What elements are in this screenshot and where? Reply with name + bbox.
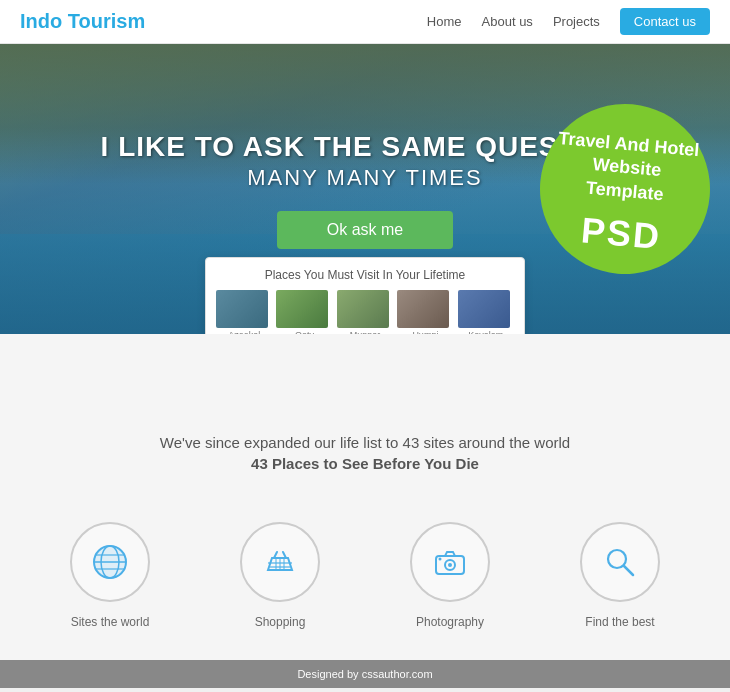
svg-point-14 [439,558,442,561]
header: Indo Tourism Home About us Projects Cont… [0,0,730,44]
contact-button[interactable]: Contact us [620,8,710,35]
hero-section: I LIKE TO ASK THE SAME QUESTION MANY MAN… [0,44,730,334]
place-item[interactable]: Humpi [397,290,453,334]
place-label: Ooty [276,330,332,334]
sites-world-label: Sites the world [71,615,150,629]
shopping-label: Shopping [255,615,306,629]
svg-line-16 [624,566,633,575]
place-label: Azeekal [216,330,272,334]
place-label: Munnar [337,330,393,334]
place-thumb [458,290,510,328]
photography-label: Photography [416,615,484,629]
ask-button[interactable]: Ok ask me [277,211,453,249]
place-thumb [397,290,449,328]
search-icon-circle [580,522,660,602]
middle-text2: 43 Places to See Before You Die [20,455,710,472]
basket-icon [260,542,300,582]
basket-icon-circle [240,522,320,602]
find-best-label: Find the best [585,615,654,629]
place-thumb [337,290,389,328]
place-item[interactable]: Azeekal [216,290,272,334]
badge-line3: Template [585,177,664,204]
logo-rest: Tourism [62,10,145,32]
place-label: Kovalam [458,330,514,334]
globe-icon-circle [70,522,150,602]
badge-line2: Website [592,154,662,180]
place-item[interactable]: Kovalam [458,290,514,334]
places-title: Places You Must Visit In Your Lifetime [216,268,514,282]
place-thumb [276,290,328,328]
feature-find-best[interactable]: Find the best [565,522,675,630]
badge-line1: Travel And Hotel [558,128,701,160]
place-label: Humpi [397,330,453,334]
badge-text: Travel And Hotel Website Template [543,116,712,220]
feature-shopping[interactable]: Shopping [225,522,335,630]
svg-point-13 [448,563,452,567]
place-item[interactable]: Munnar [337,290,393,334]
feature-photography[interactable]: Photography [395,522,505,630]
search-icon [600,542,640,582]
logo-brand: Indo [20,10,62,32]
camera-icon-circle [410,522,490,602]
places-panel: Places You Must Visit In Your Lifetime A… [205,257,525,334]
place-item[interactable]: Ooty [276,290,332,334]
nav-about[interactable]: About us [482,14,533,29]
nav-home[interactable]: Home [427,14,462,29]
globe-icon [90,542,130,582]
features-section: Sites the world Shopping [0,502,730,660]
nav: Home About us Projects Contact us [427,8,710,35]
svg-point-5 [94,546,126,578]
footer-text: Designed by cssauthor.com [297,668,432,680]
feature-sites-world[interactable]: Sites the world [55,522,165,630]
footer: Designed by cssauthor.com [0,660,730,688]
logo: Indo Tourism [20,10,145,33]
camera-icon [430,542,470,582]
middle-text1: We've since expanded our life list to 43… [20,434,710,451]
badge-content: Travel And Hotel Website Template PSD [539,116,711,262]
place-thumb [216,290,268,328]
middle-section: We've since expanded our life list to 43… [0,334,730,502]
nav-projects[interactable]: Projects [553,14,600,29]
places-grid: Azeekal Ooty Munnar Humpi Kovalam Kuttan… [216,290,514,334]
